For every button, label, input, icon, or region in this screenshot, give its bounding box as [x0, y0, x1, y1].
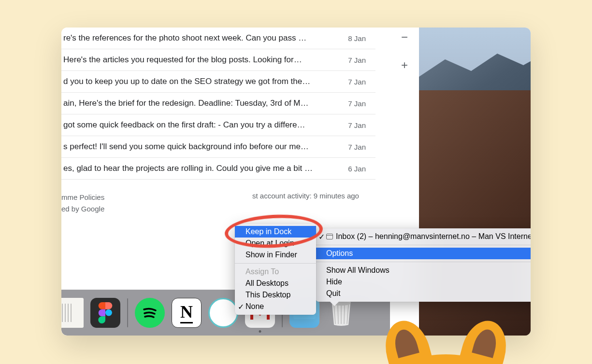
email-date: 7 Jan: [348, 121, 372, 129]
menu-item-none[interactable]: ✓ None: [235, 301, 316, 312]
dock-divider: [127, 298, 128, 327]
menu-item-window[interactable]: ✓ Inbox (2) – henning@manvsinternet.no –…: [316, 231, 531, 242]
email-date: 6 Jan: [348, 165, 372, 173]
dock-app-icon[interactable]: [208, 298, 238, 328]
menu-window-title: Inbox (2) – henning@manvsinternet.no – M…: [336, 232, 531, 241]
email-subject: re's the references for the photo shoot …: [63, 33, 306, 43]
email-date: 7 Jan: [348, 56, 372, 64]
menu-item-show-all-windows[interactable]: Show All Windows: [316, 265, 531, 276]
menu-assign-to-label: Assign To: [245, 267, 279, 276]
menu-none-label: None: [245, 302, 264, 311]
email-list: re's the references for the photo shoot …: [61, 28, 375, 180]
dock-notion-icon[interactable]: N: [172, 298, 202, 328]
svg-point-0: [105, 309, 112, 316]
side-controls: − +: [395, 30, 414, 72]
minus-icon[interactable]: −: [401, 30, 408, 44]
menu-separator: [235, 263, 316, 264]
window-icon: [326, 234, 333, 239]
menu-show-all-label: Show All Windows: [326, 266, 390, 275]
email-row[interactable]: s perfect! I'll send you some quick back…: [61, 136, 375, 158]
dock-context-menu: ✓ Inbox (2) – henning@manvsinternet.no –…: [316, 228, 531, 302]
menu-all-desktops-label: All Desktops: [245, 279, 289, 288]
email-subject: got some quick feedback on the first dra…: [63, 120, 305, 130]
menu-item-keep-in-dock[interactable]: Keep in Dock: [235, 226, 316, 238]
menu-separator: [316, 262, 531, 262]
checkmark-icon: ✓: [318, 232, 325, 241]
email-date: 8 Jan: [348, 34, 372, 42]
footer-links: mme Policies ed by Google: [61, 192, 104, 215]
dock-notes-icon[interactable]: [61, 298, 84, 328]
menu-item-options[interactable]: Options ▶: [316, 248, 531, 259]
menu-item-show-in-finder[interactable]: Show in Finder: [235, 249, 316, 261]
email-subject: Here's the articles you requested for th…: [63, 55, 302, 65]
email-subject: d you to keep you up to date on the SEO …: [63, 77, 310, 86]
email-date: 7 Jan: [348, 143, 372, 151]
email-row[interactable]: d you to keep you up to date on the SEO …: [61, 71, 375, 93]
menu-item-open-at-login[interactable]: Open at Login: [235, 238, 316, 249]
email-row[interactable]: es, glad to hear the projects are rollin…: [61, 158, 375, 180]
dock-running-indicator: [259, 330, 261, 333]
powered-by-text: ed by Google: [61, 203, 104, 215]
email-row[interactable]: got some quick feedback on the first dra…: [61, 114, 375, 136]
menu-keep-in-dock-label: Keep in Dock: [245, 227, 291, 236]
plus-icon[interactable]: +: [401, 58, 408, 72]
email-subject: s perfect! I'll send you some quick back…: [63, 142, 309, 152]
menu-item-this-desktop[interactable]: This Desktop: [235, 289, 316, 301]
checkmark-icon: ✓: [238, 302, 244, 311]
activity-text: st account activity: 9 minutes ago: [252, 192, 359, 200]
email-row[interactable]: re's the references for the photo shoot …: [61, 28, 375, 49]
email-row[interactable]: Here's the articles you requested for th…: [61, 49, 375, 71]
menu-quit-label: Quit: [326, 289, 340, 298]
menu-item-all-desktops[interactable]: All Desktops: [235, 278, 316, 289]
dock-options-submenu: Keep in Dock Open at Login Show in Finde…: [235, 224, 316, 315]
email-date: 7 Jan: [348, 78, 372, 86]
menu-options-label: Options: [326, 249, 353, 258]
decorative-cat: [384, 321, 507, 364]
menu-heading-assign-to: Assign To: [235, 266, 316, 278]
menu-show-in-finder-label: Show in Finder: [245, 251, 297, 259]
email-subject: ain, Here's the brief for the redesign. …: [63, 98, 309, 108]
menu-open-at-login-label: Open at Login: [245, 239, 294, 248]
app-window: re's the references for the photo shoot …: [61, 28, 531, 336]
menu-item-quit[interactable]: Quit: [316, 288, 531, 299]
menu-hide-label: Hide: [326, 278, 342, 286]
menu-pointer: [330, 301, 339, 306]
policies-link[interactable]: mme Policies: [61, 192, 104, 203]
dock-figma-icon[interactable]: [90, 298, 120, 328]
email-row[interactable]: ain, Here's the brief for the redesign. …: [61, 93, 375, 114]
menu-separator: [316, 245, 531, 245]
menu-this-desktop-label: This Desktop: [245, 291, 290, 299]
email-date: 7 Jan: [348, 99, 372, 108]
dock-spotify-icon[interactable]: [135, 298, 165, 328]
menu-item-hide[interactable]: Hide: [316, 276, 531, 288]
email-subject: es, glad to hear the projects are rollin…: [63, 164, 313, 173]
